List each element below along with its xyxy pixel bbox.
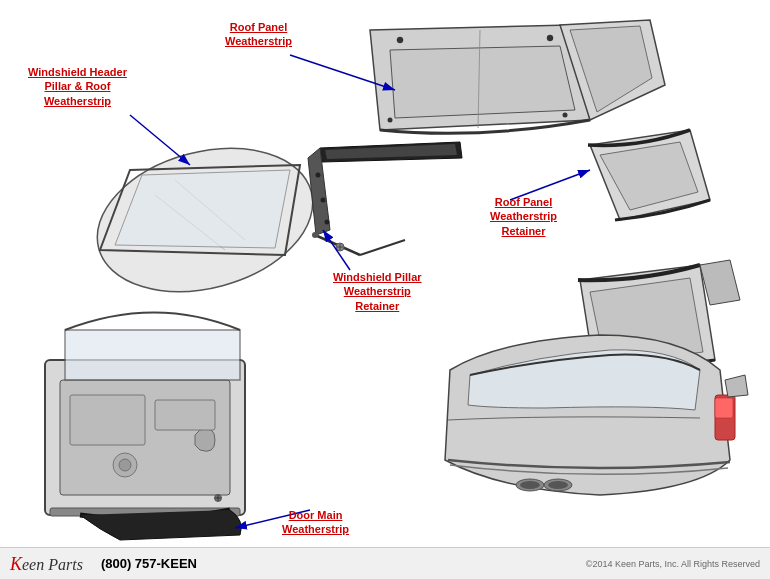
car-rear-view: [445, 335, 748, 495]
door-weatherstrip: [80, 510, 241, 540]
svg-point-16: [312, 232, 318, 238]
svg-point-13: [325, 220, 330, 225]
link-roof-retainer[interactable]: Roof PanelWeatherstripRetainer: [490, 196, 557, 237]
svg-point-12: [321, 198, 326, 203]
roof-panel: [370, 25, 590, 133]
footer: Keen Parts (800) 757-KEEN ©2014 Keen Par…: [0, 547, 770, 579]
svg-point-9: [388, 118, 393, 123]
label-windshield-pillar: Windshield PillarWeatherstripRetainer: [333, 270, 422, 313]
svg-point-8: [547, 35, 553, 41]
svg-rect-23: [155, 400, 215, 430]
link-roof-panel-top[interactable]: Roof PanelWeatherstrip: [225, 21, 292, 47]
link-door-weatherstrip[interactable]: Door MainWeatherstrip: [282, 509, 349, 535]
link-windshield-pillar[interactable]: Windshield PillarWeatherstripRetainer: [333, 271, 422, 312]
link-windshield-header[interactable]: Windshield HeaderPillar & RoofWeatherstr…: [28, 66, 127, 107]
door-panel: [45, 313, 245, 517]
roof-side-upper: [588, 130, 710, 220]
door-screw: [215, 495, 222, 502]
svg-point-35: [548, 481, 568, 489]
svg-point-11: [316, 173, 321, 178]
svg-point-7: [397, 37, 403, 43]
label-roof-retainer: Roof PanelWeatherstripRetainer: [490, 195, 557, 238]
svg-point-34: [520, 481, 540, 489]
footer-left: Keen Parts (800) 757-KEEN: [10, 555, 197, 573]
copyright: ©2014 Keen Parts, Inc. All Rights Reserv…: [586, 559, 760, 569]
label-windshield-header: Windshield HeaderPillar & RoofWeatherstr…: [28, 65, 127, 108]
svg-rect-31: [715, 398, 733, 418]
svg-line-15: [360, 240, 405, 255]
arrow-windshield-header: [130, 115, 190, 165]
svg-point-25: [119, 459, 131, 471]
phone-number: (800) 757-KEEN: [101, 556, 197, 571]
diagram-container: Windshield HeaderPillar & RoofWeatherstr…: [0, 0, 770, 579]
keen-parts-logo: Keen Parts: [10, 555, 83, 573]
svg-rect-22: [70, 395, 145, 445]
windshield-glass: [81, 126, 329, 314]
label-roof-panel-top: Roof PanelWeatherstrip: [225, 20, 292, 49]
svg-point-10: [563, 113, 568, 118]
roof-weatherstrip-piece: [320, 142, 462, 162]
label-door-weatherstrip: Door MainWeatherstrip: [282, 508, 349, 537]
